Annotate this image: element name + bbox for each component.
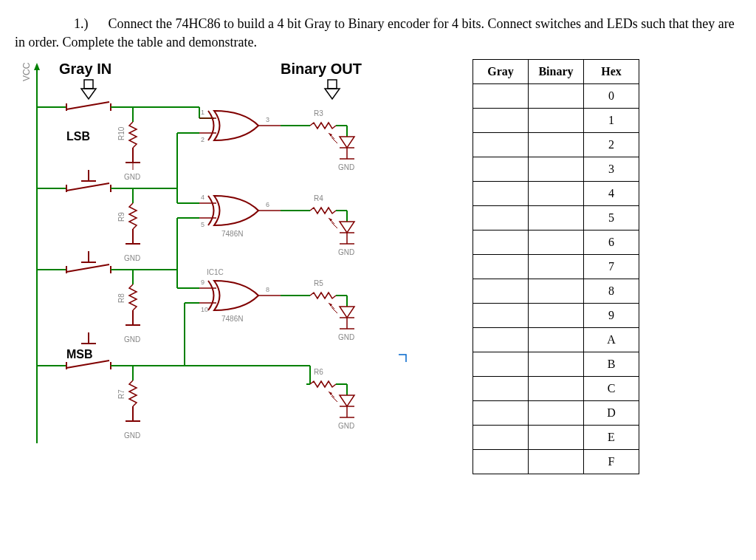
svg-text:1: 1 [201, 109, 205, 116]
cell-gray [473, 255, 529, 279]
table-row: C [473, 377, 639, 401]
cell-gray [473, 157, 529, 182]
cell-binary [529, 426, 584, 450]
svg-text:GND: GND [124, 335, 140, 344]
cell-binary [529, 109, 584, 133]
gray-in-label: Gray IN [59, 61, 111, 77]
vcc-label: VCC [21, 63, 32, 82]
cell-binary [529, 231, 584, 255]
svg-text:9: 9 [201, 279, 205, 286]
svg-text:7486N: 7486N [221, 230, 243, 238]
switch-msb [37, 361, 133, 369]
led-4: R6 GND [306, 368, 354, 430]
table-row: 7 [473, 255, 639, 279]
cell-gray [473, 133, 529, 157]
svg-marker-107 [340, 222, 354, 233]
table-row: F [473, 450, 639, 474]
svg-text:5: 5 [201, 221, 205, 228]
svg-text:GND: GND [124, 254, 140, 262]
svg-text:GND: GND [338, 422, 354, 430]
cell-hex: F [584, 450, 639, 474]
cell-hex: 5 [584, 206, 639, 231]
svg-text:GND: GND [338, 163, 354, 171]
svg-marker-1 [34, 63, 40, 70]
cell-gray [473, 352, 529, 377]
xor-gate-1: 1 2 3 [199, 109, 281, 143]
svg-line-50 [66, 361, 109, 368]
svg-text:GND: GND [124, 173, 140, 181]
cell-gray [473, 182, 529, 206]
resistor-r9: R9 GND [117, 188, 140, 262]
cell-hex: 8 [584, 279, 639, 304]
cell-binary [529, 352, 584, 377]
cell-binary [529, 206, 584, 231]
cell-gray [473, 304, 529, 328]
cell-binary [529, 401, 584, 426]
cell-gray [473, 206, 529, 231]
svg-text:8: 8 [266, 286, 269, 293]
cell-gray [473, 328, 529, 352]
table-row: 4 [473, 182, 639, 206]
cell-gray [473, 231, 529, 255]
cell-binary [529, 182, 584, 206]
cell-gray [473, 279, 529, 304]
cell-binary [529, 450, 584, 474]
led-3: R5 GND [281, 279, 354, 341]
svg-text:2: 2 [201, 136, 205, 143]
cell-hex: 7 [584, 255, 639, 279]
cell-hex: A [584, 328, 639, 352]
svg-text:GND: GND [124, 431, 140, 440]
svg-text:R4: R4 [314, 194, 323, 202]
svg-marker-3 [81, 89, 96, 99]
svg-text:3: 3 [266, 116, 269, 123]
cell-hex: D [584, 401, 639, 426]
led-1: R3 GND [281, 109, 354, 171]
svg-text:R5: R5 [314, 279, 323, 287]
table-row: 8 [473, 279, 639, 304]
cell-hex: B [584, 352, 639, 377]
resistor-r8: R8 GND [117, 270, 140, 344]
cell-hex: E [584, 426, 639, 450]
table-row: 0 [473, 84, 639, 109]
svg-line-121 [331, 307, 337, 313]
table-row: 2 [473, 133, 639, 157]
cell-gray [473, 377, 529, 401]
svg-text:R8: R8 [117, 293, 126, 303]
svg-marker-96 [340, 137, 354, 148]
cell-binary [529, 133, 584, 157]
cell-hex: 4 [584, 182, 639, 206]
table-row: 9 [473, 304, 639, 328]
cell-hex: 6 [584, 231, 639, 255]
cell-binary [529, 328, 584, 352]
switch-3 [37, 264, 133, 273]
table-row: D [473, 401, 639, 426]
svg-text:GND: GND [338, 248, 354, 256]
table-row: 6 [473, 231, 639, 255]
table-row: B [473, 352, 639, 377]
cell-hex: 0 [584, 84, 639, 109]
col-gray: Gray [473, 60, 529, 84]
resistor-r10: R10 GND [117, 107, 140, 181]
table-row: 3 [473, 157, 639, 182]
svg-line-99 [331, 137, 337, 143]
cell-binary [529, 84, 584, 109]
svg-text:10: 10 [201, 306, 208, 313]
msb-label: MSB [66, 348, 93, 361]
cell-gray [473, 401, 529, 426]
svg-line-133 [331, 396, 337, 402]
svg-text:IC1C: IC1C [207, 268, 224, 276]
svg-text:R3: R3 [314, 109, 323, 117]
table-row: 5 [473, 206, 639, 231]
switch-2 [37, 183, 133, 192]
lsb-label: LSB [66, 130, 90, 143]
cell-binary [529, 377, 584, 401]
truth-table: Gray Binary Hex 0123456789ABCDEF [472, 59, 639, 474]
led-2: R4 GND [281, 194, 354, 256]
cell-hex: 2 [584, 133, 639, 157]
svg-text:R7: R7 [117, 389, 126, 399]
circuit-diagram: VCC Gray IN Binary OUT LSB [15, 59, 443, 469]
cell-hex: 1 [584, 109, 639, 133]
svg-text:R10: R10 [117, 127, 126, 141]
cell-gray [473, 84, 529, 109]
svg-marker-5 [325, 89, 340, 99]
